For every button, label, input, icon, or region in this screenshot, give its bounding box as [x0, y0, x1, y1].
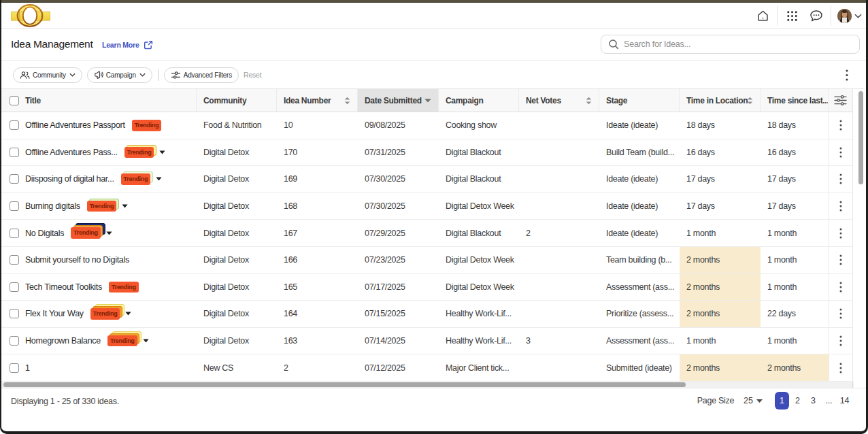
column-header-date_submitted[interactable]: Date Submitted [358, 89, 439, 112]
cell-idea-number-value: 170 [284, 148, 297, 157]
sort-desc-icon[interactable] [424, 99, 431, 103]
cell-idea-number: 168 [277, 193, 358, 220]
page-button-1[interactable]: 1 [775, 392, 789, 410]
row-actions-kebab-icon[interactable] [829, 301, 852, 327]
idea-title[interactable]: Homegrown Balance [25, 336, 101, 346]
reset-filters-button[interactable]: Reset [244, 71, 261, 79]
tag-expand-caret-icon[interactable] [125, 312, 131, 316]
cell-time-since-last: 17 days [761, 166, 829, 193]
sort-icon[interactable] [344, 97, 350, 105]
campaign-filter-button[interactable]: Campaign [87, 67, 152, 83]
cell-idea-number: 163 [277, 328, 358, 354]
row-checkbox[interactable] [10, 336, 19, 346]
idea-title[interactable]: Flex It Your Way [25, 309, 84, 318]
row-checkbox[interactable] [10, 174, 19, 184]
cell-time-in-location-value: 17 days [686, 201, 715, 211]
apps-grid-icon[interactable] [780, 3, 804, 29]
column-header-label: Date Submitted [365, 96, 422, 105]
row-actions-kebab-icon[interactable] [829, 274, 852, 301]
trending-badge: Trending [87, 201, 117, 212]
row-checkbox[interactable] [10, 148, 19, 157]
row-actions-kebab-icon[interactable] [829, 112, 852, 139]
idea-title[interactable]: Burning digitals [25, 201, 80, 211]
column-header-title[interactable]: Title [22, 89, 197, 112]
cell-time-in-location: 1 month [680, 328, 761, 354]
sort-icon[interactable] [586, 97, 592, 105]
user-avatar[interactable] [837, 9, 852, 23]
advanced-filters-button[interactable]: Advanced Filters [164, 67, 239, 83]
row-select-cell [1, 166, 22, 193]
home-icon[interactable] [750, 3, 775, 29]
cell-date-submitted-value: 07/12/2025 [365, 363, 405, 373]
vertical-scrollbar-thumb[interactable] [858, 91, 863, 184]
idea-title[interactable]: No Digitals [25, 229, 64, 238]
row-checkbox[interactable] [10, 363, 19, 373]
table-options-kebab-icon[interactable] [839, 67, 855, 83]
page-button-2[interactable]: 2 [790, 392, 805, 410]
row-checkbox[interactable] [10, 120, 19, 130]
column-header-campaign[interactable]: Campaign [439, 89, 519, 112]
row-actions-kebab-icon[interactable] [829, 328, 852, 354]
table-row: 1New CS207/12/2025Major Client tick...Su… [1, 354, 852, 382]
sort-icon[interactable] [747, 97, 753, 105]
tag-expand-caret-icon[interactable] [143, 339, 149, 343]
cell-date-submitted: 07/15/2025 [358, 301, 439, 327]
row-actions-kebab-icon[interactable] [829, 193, 852, 220]
page-size-select[interactable]: 25 [744, 396, 763, 405]
cell-community: Food & Nutrition [197, 112, 277, 139]
trending-badge: Trending [124, 147, 154, 158]
column-settings-icon[interactable] [834, 95, 847, 105]
row-checkbox[interactable] [10, 229, 19, 238]
table-body: Offline Adventures PassportTrendingFood … [1, 112, 865, 382]
row-checkbox[interactable] [10, 282, 19, 292]
row-checkbox[interactable] [10, 255, 19, 265]
cell-campaign-value: Digital Blackout [446, 229, 501, 238]
column-header-community[interactable]: Community [197, 89, 277, 112]
cell-community-value: Digital Detox [203, 148, 249, 157]
idea-title[interactable]: Submit yourself to no Digitals [25, 255, 129, 265]
idea-title[interactable]: Offline Adventures Passport [25, 120, 125, 130]
row-actions-kebab-icon[interactable] [829, 220, 852, 246]
page-button-3[interactable]: 3 [806, 392, 820, 410]
page-button-14[interactable]: 14 [837, 392, 852, 410]
user-menu[interactable] [837, 9, 862, 23]
cell-campaign: Healthy Work-Lif... [439, 328, 519, 354]
row-checkbox[interactable] [10, 201, 19, 211]
row-actions-kebab-icon[interactable] [829, 166, 852, 193]
community-filter-button[interactable]: Community [13, 67, 82, 83]
tag-expand-caret-icon[interactable] [156, 177, 162, 181]
column-header-stage[interactable]: Stage [599, 89, 680, 112]
column-header-idea_number[interactable]: Idea Number [277, 89, 358, 112]
column-header-time_since_last[interactable]: Time since last... [761, 89, 829, 112]
cell-net-votes: 2 [519, 220, 599, 246]
tag-expand-caret-icon[interactable] [106, 231, 112, 235]
column-header-net_votes[interactable]: Net Votes [519, 89, 599, 112]
chat-icon[interactable] [804, 3, 829, 29]
row-actions-kebab-icon[interactable] [829, 139, 852, 166]
row-checkbox[interactable] [10, 309, 19, 318]
idea-title[interactable]: Diisposing of digital har... [25, 174, 114, 184]
idea-title[interactable]: Offline Adventures Pass... [25, 148, 118, 157]
row-actions-kebab-icon[interactable] [829, 247, 852, 273]
tag-expand-caret-icon[interactable] [122, 204, 128, 208]
cell-time-since-last: 1 month [761, 247, 829, 273]
brand-logo[interactable] [11, 3, 50, 29]
cell-campaign: Digital Blackout [439, 166, 519, 193]
horizontal-scrollbar-thumb[interactable] [3, 382, 686, 387]
cell-net-votes-value: 2 [526, 229, 531, 238]
trending-badge: Trending [107, 335, 137, 347]
select-all-checkbox[interactable] [10, 96, 19, 105]
horizontal-scrollbar[interactable] [1, 382, 854, 388]
learn-more-link[interactable]: Learn More [102, 40, 153, 50]
tag-expand-caret-icon[interactable] [159, 150, 165, 154]
cell-time-in-location-value: 17 days [686, 174, 715, 184]
cell-date-submitted-value: 07/30/2025 [365, 174, 405, 184]
idea-title[interactable]: 1 [25, 363, 30, 373]
row-actions-kebab-icon[interactable] [829, 354, 852, 381]
search-input[interactable] [624, 39, 852, 49]
cell-campaign-value: Digital Detox Week [446, 255, 514, 265]
cell-community: Digital Detox [197, 301, 277, 327]
tag-badge-core: Trending [124, 147, 154, 158]
idea-title[interactable]: Tech Timeout Toolkits [25, 282, 102, 292]
column-header-time_in_location[interactable]: Time in Location [680, 89, 761, 112]
